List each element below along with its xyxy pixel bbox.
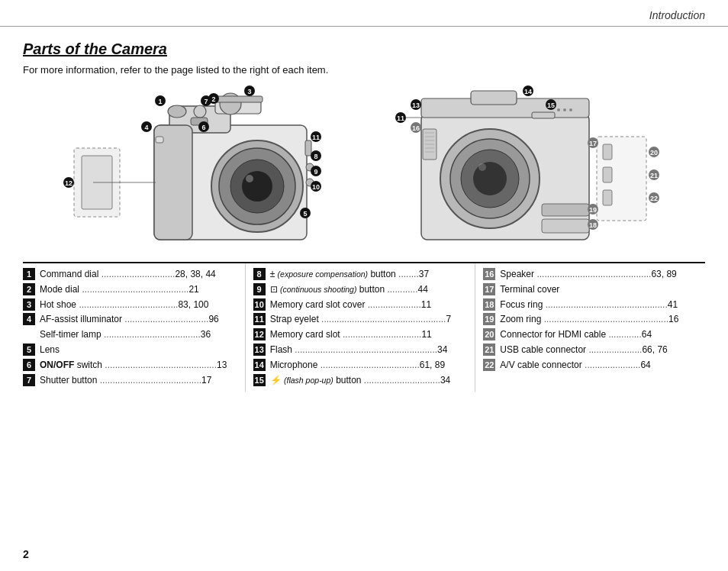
part-desc-19: Zoom ring ..............................… [500, 313, 702, 326]
svg-point-6 [242, 171, 272, 202]
part-num-21: 21 [483, 344, 495, 356]
parts-column-3: 16 Speaker .............................… [475, 263, 705, 392]
part-item-16: 16 Speaker .............................… [483, 268, 702, 281]
svg-rect-67 [603, 190, 612, 205]
parts-column-2: 8 ± (exposure compensation) button .....… [245, 263, 475, 392]
part-item-4: 4 AF-assist illuminator ................… [23, 313, 242, 326]
svg-text:14: 14 [524, 88, 532, 95]
header-title: Introduction [649, 9, 705, 21]
intro-text: For more information, refer to the page … [23, 64, 705, 76]
part-num-22: 22 [483, 359, 495, 371]
part-desc-8: ± (exposure compensation) button .......… [270, 268, 472, 281]
part-item-2: 2 Mode dial ............................… [23, 283, 242, 296]
part-item-18: 18 Focus ring ..........................… [483, 298, 702, 311]
svg-text:7: 7 [204, 98, 208, 105]
part-item-13: 13 Flash ...............................… [253, 344, 472, 356]
part-num-5: 5 [23, 344, 35, 356]
part-item-4b: Self-timer lamp ........................… [23, 328, 242, 341]
part-item-12: 12 Memory card slot ....................… [253, 328, 472, 341]
svg-rect-15 [305, 140, 311, 156]
camera-diagrams-svg: 1 2 3 4 5 6 7 8 9 10 11 [23, 83, 705, 259]
svg-point-10 [168, 105, 186, 118]
svg-point-50 [473, 162, 507, 195]
parts-table: 1 Command dial .........................… [23, 262, 705, 392]
svg-text:16: 16 [412, 124, 420, 132]
svg-rect-66 [603, 167, 612, 182]
part-item-6: 6 ON/OFF switch ........................… [23, 359, 242, 372]
part-item-20: 20 Connector for HDMI cable ............… [483, 328, 702, 341]
svg-rect-68 [542, 219, 589, 233]
svg-text:12: 12 [65, 179, 72, 187]
part-desc-21: USB cable connector ....................… [500, 344, 702, 356]
svg-text:9: 9 [314, 168, 317, 176]
part-item-15: 15 ⚡ (flash pop-up) button .............… [253, 374, 472, 387]
svg-rect-53 [532, 112, 555, 118]
part-item-5: 5 Lens [23, 344, 242, 356]
part-desc-1: Command dial ...........................… [40, 268, 242, 281]
part-desc-4b: Self-timer lamp ........................… [40, 328, 242, 341]
part-item-3: 3 Hot shoe .............................… [23, 298, 242, 311]
svg-text:3: 3 [247, 88, 251, 95]
part-desc-17: Terminal cover [500, 283, 702, 296]
main-content: Parts of the Camera For more information… [0, 27, 728, 392]
part-desc-7: Shutter button .........................… [40, 374, 242, 387]
part-num-15: 15 [253, 374, 266, 386]
part-num-7: 7 [23, 374, 35, 386]
part-num-13: 13 [253, 344, 266, 356]
part-num-20: 20 [483, 328, 495, 340]
part-item-9: 9 ⊡ (continuous shooting) button .......… [253, 283, 472, 296]
svg-rect-65 [603, 144, 612, 160]
part-item-10: 10 Memory card slot cover ..............… [253, 298, 472, 311]
svg-point-9 [194, 105, 206, 118]
part-desc-20: Connector for HDMI cable .............64 [500, 328, 702, 341]
part-item-22: 22 A/V cable connector .................… [483, 359, 702, 372]
svg-rect-14 [156, 137, 163, 143]
diagrams-area: 1 2 3 4 5 6 7 8 9 10 11 [23, 83, 705, 259]
svg-text:11: 11 [397, 115, 404, 122]
svg-text:20: 20 [650, 149, 658, 156]
svg-point-7 [246, 175, 253, 182]
part-num-17: 17 [483, 283, 495, 295]
part-desc-11: Strap eyelet ...........................… [270, 313, 472, 326]
svg-text:5: 5 [303, 210, 307, 218]
part-num-12: 12 [253, 328, 266, 340]
part-num-18: 18 [483, 298, 495, 311]
part-num-11: 11 [253, 313, 266, 325]
part-item-17: 17 Terminal cover [483, 283, 702, 296]
part-num-1: 1 [23, 268, 35, 280]
part-desc-12: Memory card slot .......................… [270, 328, 472, 341]
part-desc-22: A/V cable connector ....................… [500, 359, 702, 372]
svg-rect-13 [214, 96, 263, 102]
svg-rect-52 [471, 91, 517, 105]
svg-point-56 [569, 108, 572, 111]
part-desc-6: ON/OFF switch ..........................… [40, 359, 242, 372]
svg-text:10: 10 [312, 183, 320, 191]
part-item-11: 11 Strap eyelet ........................… [253, 313, 472, 326]
svg-point-51 [478, 163, 486, 171]
part-num-9: 9 [253, 283, 266, 295]
page-number: 2 [23, 548, 29, 560]
svg-text:18: 18 [589, 221, 597, 229]
part-num-8: 8 [253, 268, 266, 280]
svg-text:2: 2 [211, 95, 215, 103]
svg-rect-69 [542, 204, 589, 216]
svg-text:13: 13 [412, 102, 420, 109]
part-item-1: 1 Command dial .........................… [23, 268, 242, 281]
svg-text:11: 11 [312, 134, 320, 141]
part-item-7: 7 Shutter button .......................… [23, 374, 242, 387]
part-desc-10: Memory card slot cover .................… [270, 298, 472, 311]
part-num-3: 3 [23, 298, 35, 311]
part-num-10: 10 [253, 298, 266, 311]
part-desc-15: ⚡ (flash pop-up) button ................… [270, 374, 472, 387]
part-item-8: 8 ± (exposure compensation) button .....… [253, 268, 472, 281]
svg-text:22: 22 [650, 195, 658, 202]
part-desc-18: Focus ring .............................… [500, 298, 702, 311]
svg-text:21: 21 [650, 172, 658, 179]
svg-point-54 [557, 108, 560, 111]
svg-text:6: 6 [201, 124, 205, 131]
svg-text:1: 1 [158, 98, 162, 105]
part-num-4: 4 [23, 313, 35, 325]
section-title: Parts of the Camera [23, 40, 705, 58]
part-num-19: 19 [483, 313, 495, 325]
part-num-2: 2 [23, 283, 35, 295]
